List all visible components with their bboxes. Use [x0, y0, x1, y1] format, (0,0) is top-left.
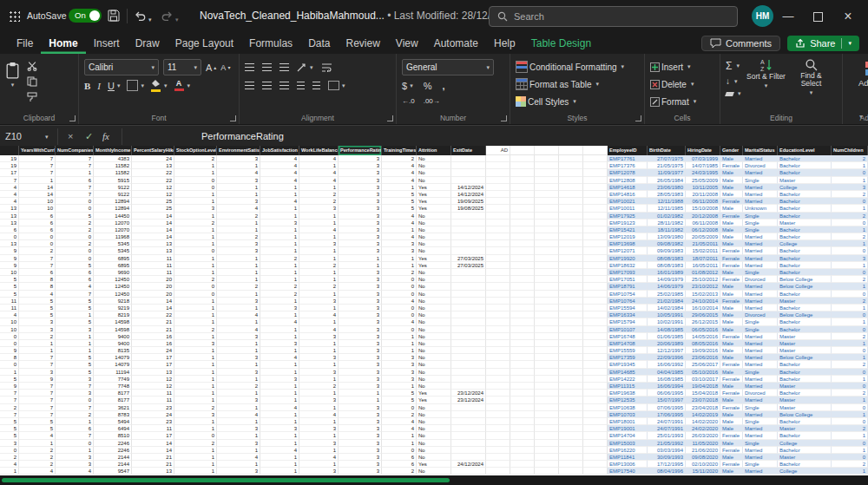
cell[interactable]: 3 — [299, 333, 339, 340]
cell[interactable]: 1 — [19, 340, 56, 347]
cell[interactable]: 0 — [382, 447, 417, 454]
cell[interactable]: 24/03/1995 — [686, 169, 720, 176]
cell[interactable]: 1 — [217, 318, 260, 325]
cell[interactable]: 23/06/1980 — [648, 184, 686, 191]
cell[interactable]: EMP10021 — [608, 198, 648, 205]
cell[interactable]: 14/06/1979 — [648, 283, 686, 290]
cell[interactable] — [559, 233, 583, 240]
cell[interactable] — [559, 220, 583, 226]
cell[interactable]: EMP10764 — [608, 298, 648, 305]
cell[interactable]: 1 — [832, 376, 868, 383]
cell[interactable]: 7 — [56, 291, 94, 298]
cell[interactable] — [559, 404, 583, 411]
cell[interactable]: 0 — [174, 184, 217, 191]
column-header[interactable]: JobSatisfaction — [260, 146, 299, 155]
cell[interactable]: Female — [720, 361, 743, 368]
cell[interactable]: 3 — [339, 220, 382, 226]
cell[interactable]: 1 — [217, 376, 260, 383]
cell[interactable] — [559, 432, 583, 439]
cell[interactable]: Bachelor — [778, 291, 832, 298]
cell[interactable]: EMP19123 — [608, 220, 648, 226]
cell[interactable]: Master — [778, 340, 832, 347]
menu-tab-formulas[interactable]: Formulas — [241, 33, 300, 54]
clipboard-dialog-launcher[interactable] — [69, 115, 76, 121]
cell[interactable]: 1 — [382, 340, 417, 347]
cell[interactable] — [535, 369, 559, 376]
increase-indent-icon[interactable] — [312, 82, 320, 89]
avatar[interactable]: HM — [752, 5, 773, 27]
cell[interactable]: 5 — [0, 418, 19, 425]
cell[interactable]: 12/11/1988 — [648, 198, 686, 205]
cell[interactable] — [559, 255, 583, 262]
cell[interactable]: EMP17761 — [608, 155, 648, 162]
cell[interactable] — [559, 305, 583, 311]
cell[interactable]: 4 — [299, 454, 339, 461]
cell[interactable] — [559, 376, 583, 383]
cell[interactable]: 16 — [132, 333, 174, 340]
cell[interactable]: Male — [720, 318, 743, 325]
cell[interactable]: 0 — [174, 432, 217, 439]
cell[interactable] — [451, 311, 486, 318]
cell[interactable] — [583, 333, 608, 340]
cell[interactable] — [451, 276, 486, 283]
cell[interactable]: 1 — [382, 432, 417, 439]
cell[interactable]: 0 — [382, 291, 417, 298]
cell[interactable]: Male — [720, 220, 743, 226]
cell[interactable] — [451, 340, 486, 347]
cell[interactable]: 16/08/1985 — [648, 376, 686, 383]
cell[interactable]: 3 — [260, 220, 299, 226]
cell[interactable] — [510, 247, 535, 254]
cell[interactable]: 3 — [217, 177, 260, 184]
cell[interactable] — [510, 255, 535, 262]
cell[interactable] — [583, 240, 608, 247]
cell[interactable]: 0 — [832, 311, 868, 318]
cell[interactable]: 6 — [0, 226, 19, 233]
cell[interactable]: 9690 — [94, 269, 132, 276]
cell[interactable]: 3 — [217, 247, 260, 254]
cell[interactable] — [510, 305, 535, 311]
cell[interactable]: 1 — [260, 440, 299, 447]
cell[interactable] — [451, 447, 486, 454]
cell[interactable]: 3 — [339, 283, 382, 290]
cell[interactable] — [510, 397, 535, 403]
cell[interactable]: 3 — [339, 383, 382, 390]
cell[interactable]: 3 — [19, 326, 56, 333]
cell[interactable]: Male — [720, 233, 743, 240]
cell[interactable] — [535, 291, 559, 298]
cell[interactable]: 1 — [832, 305, 868, 311]
cell[interactable]: 6 — [19, 226, 56, 233]
cell[interactable] — [486, 468, 510, 475]
cell[interactable]: 08/08/1983 — [648, 262, 686, 269]
cell[interactable]: EMP14816 — [608, 191, 648, 198]
cell[interactable]: 1 — [260, 347, 299, 354]
cell[interactable]: 19 — [0, 162, 19, 169]
cell[interactable]: 9 — [0, 383, 19, 390]
cell[interactable]: 3 — [339, 454, 382, 461]
cell[interactable]: 16 — [132, 340, 174, 347]
cell[interactable]: 0 — [56, 247, 94, 254]
column-header[interactable]: TrainingTimesLastYear — [382, 146, 417, 155]
cell[interactable]: 1 — [56, 340, 94, 347]
clear-icon[interactable]: ▾ — [726, 90, 741, 97]
cell[interactable]: Male — [720, 311, 743, 318]
cell[interactable]: Bachelor — [778, 447, 832, 454]
cell[interactable]: Single — [743, 461, 778, 468]
cell[interactable]: EMP12019 — [608, 233, 648, 240]
cell[interactable]: 0 — [832, 454, 868, 461]
cell[interactable]: 12450 — [94, 283, 132, 290]
cell[interactable]: 7748 — [94, 383, 132, 390]
cell[interactable] — [559, 191, 583, 198]
cell[interactable]: Master — [778, 383, 832, 390]
save-icon[interactable] — [108, 10, 120, 25]
cell[interactable] — [510, 326, 535, 333]
cell[interactable]: 4 — [56, 283, 94, 290]
cell[interactable]: 12894 — [94, 198, 132, 205]
cell[interactable]: Bachelor — [778, 461, 832, 468]
cell[interactable] — [535, 162, 559, 169]
cell[interactable] — [451, 411, 486, 418]
name-box-dropdown-icon[interactable]: ▾ — [45, 126, 49, 147]
cell[interactable] — [535, 226, 559, 233]
cell[interactable]: 2144 — [94, 454, 132, 461]
cell[interactable]: 3 — [339, 347, 382, 354]
cell[interactable]: 6494 — [94, 425, 132, 432]
